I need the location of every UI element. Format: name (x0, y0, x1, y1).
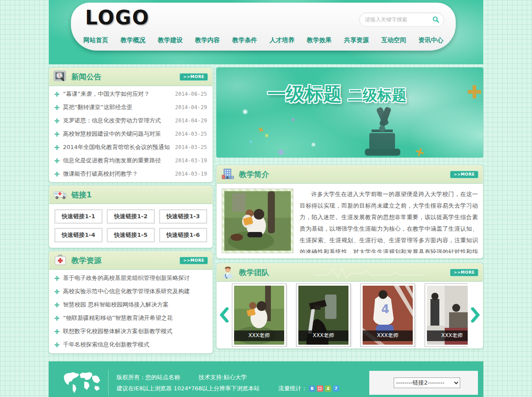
nav-item-overview[interactable]: 教学概况 (121, 36, 145, 44)
carousel-prev-button[interactable] (217, 307, 232, 322)
news-date: 2014-08-25 (175, 91, 207, 97)
plus-bullet-icon (55, 92, 59, 97)
building-icon (221, 168, 235, 181)
plus-bullet-icon (55, 276, 59, 281)
resources-header: 教学资源 >>MORE (49, 252, 212, 270)
teacher-name-label: XXX老师 (234, 330, 284, 341)
nav-item-sharing[interactable]: 共享资源 (344, 36, 369, 44)
news-date: 2014-03-19 (175, 171, 207, 177)
main-nav: 网站首页 教学概况 教学建设 教学内容 教学条件 人才培养 教学效果 共享资源 … (83, 36, 443, 44)
quick-link-button[interactable]: 快速链接1-1 (55, 209, 102, 224)
teacher-name-label: XXX老师 (427, 330, 468, 341)
footer-links-select-box: --------链接2-------- (369, 371, 478, 395)
team-more-button[interactable]: >>MORE (450, 269, 478, 276)
resources-title: 教学资源 (71, 255, 102, 266)
teacher-card[interactable]: XXX老师 (232, 283, 286, 347)
team-panel: 教学团队 >>MORE (216, 263, 483, 349)
carousel-strip: XXX老师 XXX老师 (232, 283, 468, 347)
quick-link-button[interactable]: 快速链接1-6 (159, 228, 207, 242)
nav-item-content[interactable]: 教学内容 (195, 36, 220, 44)
news-title: 新闻公告 (71, 72, 102, 82)
intro-panel: 教学简介 >>MORE (216, 165, 483, 259)
resource-item[interactable]: 联想数字化校园整体解决方案创新教学模式 (55, 325, 207, 338)
links-panel: 链接1 快速链接1-1 快速链接1-2 快速链接1-3 快速链接1-4 快速链接… (49, 185, 213, 248)
quick-link-button[interactable]: 快速链接1-5 (107, 228, 155, 242)
quick-link-button[interactable]: 快速链接1-4 (55, 228, 102, 242)
teacher-card[interactable]: XXX老师 (296, 283, 351, 347)
nav-item-talent[interactable]: 人才培养 (270, 36, 294, 44)
news-more-button[interactable]: >>MORE (180, 73, 208, 81)
search-icon[interactable] (432, 16, 439, 24)
nav-item-interaction[interactable]: 互动空间 (381, 36, 406, 44)
site-logo: LOGO (85, 6, 149, 29)
intro-text: 许多大学生在进入大学前唯一的愿望便是跨入大学校门，在这一目标得以实现，而新的目标… (300, 189, 478, 253)
header-band: LOGO 网站首页 教学概况 教学建设 教学内容 教学条件 人才培养 教学效果 … (49, 0, 483, 64)
resource-item[interactable]: “物联新疆精彩移动”智慧教育浇开希望之花 (55, 311, 207, 325)
resource-item[interactable]: 高校实验示范中心信息化教学管理体系研究及构建 (55, 285, 207, 298)
quick-links-grid: 快速链接1-1 快速链接1-2 快速链接1-3 快速链接1-4 快速链接1-5 … (49, 204, 212, 248)
stat-icon-3[interactable]: 4 (325, 385, 331, 392)
stat-icon-1[interactable]: B (309, 385, 315, 392)
news-item[interactable]: 微课能否打破高校封闭教学？2014-03-19 (55, 167, 207, 181)
news-date: 2014-03-25 (175, 144, 207, 150)
resource-item[interactable]: 基于电子政务的高校基层党组织管理创新策略探讨 (55, 271, 207, 285)
resource-item[interactable]: 千年名校探索信息化创新教学模式 (55, 338, 207, 351)
footer-support: 技术支持:贴心大学 (199, 374, 246, 381)
teacher-card[interactable]: 4 XXX老师 (360, 283, 415, 347)
news-header: 新闻公告 >>MORE (49, 68, 212, 86)
carousel-next-button[interactable] (468, 307, 483, 322)
footer-copyright: 版权所有：您的站点名称 (117, 374, 180, 381)
news-item[interactable]: 信息化是促进教育均衡发展的重要路径2014-03-19 (55, 154, 207, 167)
news-item[interactable]: 莫把“翻转课堂”这部经念歪2014-04-29 (55, 101, 207, 114)
news-date: 2014-03-25 (175, 131, 207, 137)
teacher-name-label: XXX老师 (298, 330, 348, 341)
world-map-icon (61, 370, 102, 396)
news-date: 2014-03-19 (175, 157, 207, 164)
stat-icon-2[interactable]: 口 (317, 385, 323, 392)
teacher-card[interactable]: XXX老师 (425, 283, 468, 347)
news-panel: 新闻公告 >>MORE “幕课”来袭，中国大学如何应对？2014-08-25 莫… (49, 67, 213, 182)
quick-link-button[interactable]: 快速链接1-2 (107, 209, 155, 224)
plus-bullet-icon (55, 145, 59, 150)
intro-photo (222, 189, 293, 253)
plus-bullet-icon (55, 105, 59, 110)
gold-plus-decoration (468, 85, 481, 98)
footer-browser-note: 建议在IE8以上浏览器 1024*768以上分辨率下浏览本站 (117, 385, 260, 392)
news-item[interactable]: “幕课”来袭，中国大学如何应对？2014-08-25 (55, 87, 207, 101)
team-header: 教学团队 >>MORE (217, 263, 483, 282)
quick-link-button[interactable]: 快速链接1-3 (159, 209, 207, 224)
banner-title-primary: 一级标题 (267, 83, 342, 105)
svg-text:4: 4 (381, 303, 389, 316)
intro-more-button[interactable]: >>MORE (450, 171, 478, 178)
news-item[interactable]: 克罗诺思：信息化改变劳动力管理方式2014-04-29 (55, 114, 207, 127)
footer-links-select[interactable]: --------链接2-------- (394, 377, 460, 388)
doctor-icon (221, 266, 235, 279)
ambulance-icon (54, 189, 67, 201)
footer-stat-icons: B口47 (309, 385, 339, 392)
nav-item-home[interactable]: 网站首页 (83, 36, 108, 44)
banner-title: 一级标题二级标题 (267, 82, 407, 106)
main-column: 一级标题二级标题 (216, 67, 483, 349)
stat-icon-4[interactable]: 7 (333, 385, 339, 392)
news-date: 2014-04-29 (175, 118, 207, 124)
teacher-name-label: XXX老师 (363, 330, 413, 341)
team-carousel: XXX老师 XXX老师 (217, 282, 483, 348)
plus-bullet-icon (55, 316, 59, 321)
nav-item-news-center[interactable]: 资讯中心 (419, 36, 443, 44)
nav-item-construction[interactable]: 教学建设 (158, 36, 183, 44)
team-title: 教学团队 (239, 267, 269, 278)
footer-text: 版权所有：您的站点名称技术支持:贴心大学 建议在IE8以上浏览器 1024*76… (117, 372, 339, 394)
news-list: “幕课”来袭，中国大学如何应对？2014-08-25 莫把“翻转课堂”这部经念歪… (49, 86, 212, 182)
intro-title: 教学简介 (239, 169, 269, 180)
footer: 版权所有：您的站点名称技术支持:贴心大学 建议在IE8以上浏览器 1024*76… (49, 362, 483, 397)
news-item[interactable]: 2014年全国电化教育馆馆长会议的预通知2014-03-25 (55, 141, 207, 154)
nav-item-conditions[interactable]: 教学条件 (232, 36, 257, 44)
search-input[interactable] (364, 16, 432, 23)
plus-bullet-icon (55, 303, 59, 307)
news-item[interactable]: 高校智慧校园建设中的关键问题与对策2014-03-25 (55, 127, 207, 141)
resource-item[interactable]: 智慧校园 思科智能校园网络接入解决方案 (55, 298, 207, 311)
hero-banner: 一级标题二级标题 (216, 67, 483, 157)
nav-item-effect[interactable]: 教学效果 (307, 36, 332, 44)
resources-panel: 教学资源 >>MORE 基于电子政务的高校基层党组织管理创新策略探讨 高校实验示… (49, 251, 213, 354)
resources-more-button[interactable]: >>MORE (180, 257, 208, 264)
